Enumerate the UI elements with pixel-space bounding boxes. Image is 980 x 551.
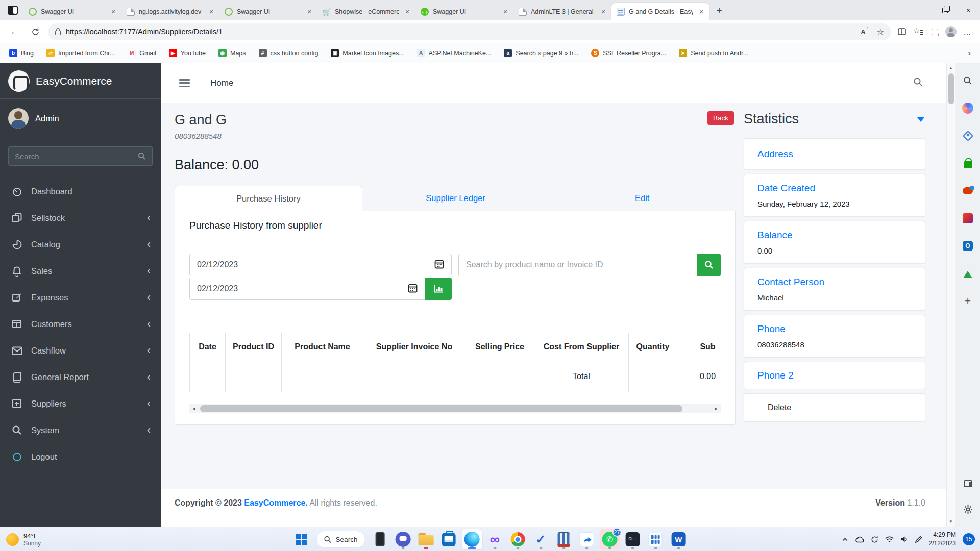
restore-button[interactable]: [933, 0, 957, 20]
sidebar-item-suppliers[interactable]: Suppliers ‹: [5, 390, 156, 417]
sidebar-item-sellstock[interactable]: Sellstock ‹: [5, 205, 156, 231]
device-app-icon[interactable]: [370, 529, 390, 549]
contact-person-link[interactable]: Contact Person: [757, 277, 912, 288]
browser-tab-shopwise[interactable]: 🛒 Shopwise - eCommerce ×: [317, 3, 415, 20]
more-menu-icon[interactable]: …: [962, 26, 973, 37]
sidebar-item-catalog[interactable]: Catalog ‹: [5, 231, 156, 258]
sidebar-item-system[interactable]: System ‹: [5, 417, 156, 443]
file-explorer-icon[interactable]: [415, 529, 436, 549]
close-button[interactable]: ×: [957, 0, 980, 20]
bookmark-send-push[interactable]: ➤Send push to Andr...: [679, 49, 748, 57]
pen-battery-icon[interactable]: [915, 536, 922, 543]
onedrive-cloud-icon[interactable]: [855, 536, 864, 543]
browser-tab-swagger-2[interactable]: Swagger UI ×: [219, 3, 317, 20]
address-bar[interactable]: https://localhost:7177/Admin/Suppliers/D…: [48, 23, 891, 40]
sidebar-item-logout[interactable]: Logout: [5, 443, 156, 470]
tab-close-icon[interactable]: ×: [305, 8, 313, 16]
product-search-button[interactable]: [697, 254, 721, 276]
scroll-down-icon[interactable]: ▼: [947, 519, 955, 524]
microsoft-store-icon[interactable]: [438, 529, 459, 549]
favorites-bar-icon[interactable]: [913, 26, 924, 37]
date-from-field[interactable]: [189, 254, 452, 276]
share-app-icon[interactable]: [576, 529, 597, 549]
home-link[interactable]: Home: [210, 78, 233, 88]
brand[interactable]: EasyCommerce: [0, 63, 161, 99]
refresh-icon[interactable]: [28, 24, 43, 39]
whatsapp-icon[interactable]: ✆ 27: [599, 529, 620, 549]
hidden-icons-chevron[interactable]: [842, 536, 848, 543]
tab-close-icon[interactable]: ×: [403, 8, 411, 16]
horizontal-scrollbar[interactable]: ◄ ►: [189, 404, 721, 413]
weather-widget[interactable]: 94°F Sunny: [6, 527, 41, 551]
footer-brand-link[interactable]: EasyCommerce.: [244, 498, 308, 507]
sidebar-item-expenses[interactable]: Expenses ‹: [5, 284, 156, 311]
browser-tab-adminlte[interactable]: AdminLTE 3 | General ×: [513, 3, 611, 20]
tab-edit[interactable]: Edit: [549, 186, 736, 211]
date-from-input[interactable]: [197, 260, 434, 269]
bookmark-maps[interactable]: ◉Maps: [218, 49, 246, 57]
edge-browser-icon[interactable]: [461, 529, 482, 549]
sync-update-icon[interactable]: [871, 536, 878, 543]
read-aloud-icon[interactable]: A: [861, 28, 868, 36]
scroll-up-icon[interactable]: ▲: [947, 66, 955, 70]
browser-tab-swagger-3[interactable]: {..} Swagger UI ×: [415, 3, 513, 20]
drop-icon[interactable]: [962, 267, 974, 280]
grid-app-icon[interactable]: [645, 529, 666, 549]
taskbar-clock[interactable]: 4:29 PM 2/12/2023: [929, 531, 956, 548]
sidebar-settings-gear-icon[interactable]: [962, 503, 974, 515]
visual-studio-icon[interactable]: ∞: [484, 529, 505, 549]
bookmark-gmail[interactable]: MGmail: [128, 49, 156, 57]
shopping-bag-icon[interactable]: [962, 157, 974, 169]
tab-close-icon[interactable]: ×: [697, 8, 705, 16]
bookmark-market-icons[interactable]: ▣Market Icon Images...: [331, 49, 404, 57]
split-screen-icon[interactable]: [896, 26, 908, 37]
bookmark-ssl[interactable]: SSSL Reseller Progra...: [591, 49, 666, 57]
games-icon[interactable]: [962, 185, 974, 197]
chrome-icon[interactable]: [507, 529, 528, 549]
browser-tab-activitylog[interactable]: ng.logs.activitylog.dev ×: [121, 3, 219, 20]
notification-count-badge[interactable]: 15: [963, 533, 975, 545]
sidebar-search-input[interactable]: [8, 146, 131, 166]
bookmark-youtube[interactable]: ▶YouTube: [169, 49, 206, 57]
sidebar-item-customers[interactable]: Customers ‹: [5, 311, 156, 337]
chart-button[interactable]: [425, 278, 452, 300]
tab-close-icon[interactable]: ×: [501, 8, 509, 16]
favorite-star-icon[interactable]: ☆: [877, 27, 884, 37]
calendar-icon[interactable]: [408, 283, 418, 295]
profile-avatar[interactable]: [945, 26, 957, 37]
tab-close-icon[interactable]: ×: [109, 8, 117, 16]
bookmark-aspnet[interactable]: AASP.Net MachineKe...: [417, 49, 492, 57]
bookmark-imported[interactable]: ▱Imported from Chr...: [46, 49, 115, 57]
shopping-tag-icon[interactable]: [962, 130, 974, 142]
tab-close-icon[interactable]: ×: [207, 8, 215, 16]
bookmarks-overflow-icon[interactable]: ›: [968, 48, 971, 58]
phone2-link[interactable]: Phone 2: [757, 370, 912, 381]
vertical-scroll-thumb[interactable]: [948, 73, 954, 104]
sidebar-item-dashboard[interactable]: Dashboard: [5, 178, 156, 205]
taskbar-search[interactable]: Search: [316, 531, 365, 548]
address-link[interactable]: Address: [757, 148, 912, 160]
start-button[interactable]: [291, 529, 312, 549]
browser-tab-swagger-1[interactable]: Swagger UI ×: [23, 3, 121, 20]
balance-link[interactable]: Balance: [757, 230, 912, 241]
date-to-input[interactable]: [197, 284, 408, 293]
scroll-left-icon[interactable]: ◄: [189, 406, 199, 411]
word-icon[interactable]: W: [668, 529, 689, 549]
vertical-scrollbar[interactable]: ▲ ▼: [946, 63, 955, 527]
tab-close-icon[interactable]: ×: [599, 8, 607, 16]
cl-app-icon[interactable]: CL.: [622, 529, 643, 549]
add-sidebar-item-icon[interactable]: +: [962, 295, 974, 307]
phone-link[interactable]: Phone: [757, 323, 912, 335]
delete-link[interactable]: Delete: [768, 403, 912, 412]
m365-icon[interactable]: [962, 212, 974, 224]
bookmark-search-page[interactable]: aSearch » page 9 » fr...: [504, 49, 578, 57]
wifi-icon[interactable]: [885, 536, 894, 543]
user-panel[interactable]: Admin: [0, 99, 161, 138]
scroll-right-icon[interactable]: ►: [712, 406, 721, 411]
product-search-input[interactable]: [458, 254, 697, 276]
date-to-field[interactable]: [189, 278, 425, 300]
hamburger-menu-icon[interactable]: [179, 79, 190, 87]
bookmark-css-button[interactable]: #css button config: [259, 49, 318, 57]
calendar-icon[interactable]: [434, 259, 444, 271]
minimize-button[interactable]: –: [910, 0, 933, 20]
